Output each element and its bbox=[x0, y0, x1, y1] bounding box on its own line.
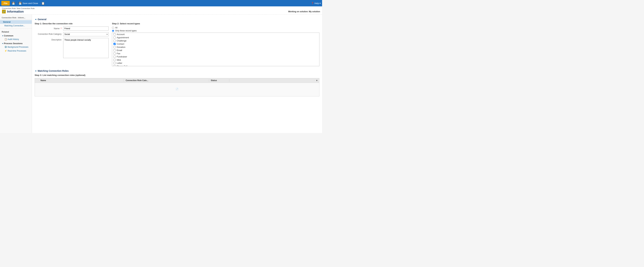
radio-only[interactable] bbox=[112, 30, 114, 32]
rt-process-icon: ⚡ bbox=[4, 49, 7, 52]
working-on-label: Working on solution: My solution bbox=[288, 10, 320, 13]
checkbox-letter[interactable] bbox=[114, 62, 116, 64]
record-type-item: Donation bbox=[112, 45, 319, 49]
empty-table-message: 📄 bbox=[35, 83, 319, 94]
record-type-label-1[interactable]: Appointment bbox=[117, 36, 129, 39]
description-field-row: Description bbox=[35, 38, 108, 58]
help-button[interactable]: ❓ Help ▾ bbox=[311, 2, 321, 4]
record-type-item: Account bbox=[112, 33, 319, 36]
matching-section-title: Matching Connection Roles bbox=[38, 69, 68, 72]
general-section-title: General bbox=[38, 18, 46, 21]
category-label: Connection Role Category bbox=[35, 32, 62, 35]
sidebar-item-general[interactable]: General bbox=[0, 20, 32, 24]
main-layout: Connection Role : Inform... General Matc… bbox=[0, 14, 322, 133]
record-type-label-4[interactable]: Donation bbox=[117, 46, 126, 48]
empty-table-icon: 📄 bbox=[176, 88, 178, 90]
radio-only-row: Only these record types: bbox=[112, 29, 320, 32]
name-label: Name * bbox=[35, 26, 62, 30]
sidebar-item-audit-history[interactable]: 📋 Audit History bbox=[0, 37, 32, 41]
record-type-item: Appointment bbox=[112, 36, 319, 39]
matching-table: Name Connection Role Cate... Status ▼ 📄 bbox=[35, 78, 320, 96]
bg-process-icon: ⚙️ bbox=[4, 46, 7, 48]
save-icon: 💾 bbox=[12, 2, 15, 5]
table-check-col bbox=[35, 80, 39, 81]
sidebar: Connection Role : Inform... General Matc… bbox=[0, 14, 32, 133]
record-type-label-10[interactable]: Phone Call bbox=[117, 65, 128, 66]
table-name-col: Name bbox=[39, 79, 124, 82]
record-type-label-5[interactable]: Email bbox=[117, 49, 122, 51]
step3-label: Step 3: List matching connection roles (… bbox=[35, 74, 320, 76]
category-select-wrapper: Social Business Family Other ▼ bbox=[63, 32, 108, 36]
record-type-item: Fax bbox=[112, 52, 319, 55]
sidebar-title: Connection Role : Inform... bbox=[0, 16, 32, 19]
table-filter-icon[interactable]: ▼ bbox=[314, 79, 319, 82]
record-type-item: Challenge bbox=[112, 39, 319, 42]
checkbox-contact[interactable] bbox=[114, 43, 116, 45]
record-type-label-6[interactable]: Fax bbox=[117, 52, 120, 55]
audit-icon: 📋 bbox=[4, 38, 7, 40]
record-type-label-9[interactable]: Letter bbox=[117, 62, 122, 64]
matching-section-triangle: ◄ bbox=[35, 70, 37, 72]
record-type-item: Idea bbox=[112, 58, 319, 61]
save-icon-button[interactable]: 💾 bbox=[10, 1, 16, 5]
general-section-triangle: ◄ bbox=[35, 18, 37, 20]
save-close-button[interactable]: 💾 Save and Close bbox=[17, 1, 39, 5]
record-type-item: Fundraiser bbox=[112, 55, 319, 58]
table-body: 📄 bbox=[35, 83, 319, 96]
radio-all-label[interactable]: All bbox=[115, 26, 117, 29]
extra-icon: 📋 bbox=[41, 2, 45, 5]
checkbox-idea[interactable] bbox=[114, 59, 116, 61]
step1-label: Step 1: Describe the connection role bbox=[35, 22, 108, 25]
record-type-item: Email bbox=[112, 49, 319, 52]
sidebar-common-group: ◄ Common bbox=[0, 33, 32, 37]
sidebar-item-matching[interactable]: Matching Connection... bbox=[0, 24, 32, 27]
required-star: * bbox=[61, 27, 62, 30]
record-type-label-7[interactable]: Fundraiser bbox=[117, 55, 127, 58]
checkbox-donation[interactable] bbox=[114, 46, 116, 48]
file-button[interactable]: File bbox=[1, 1, 10, 5]
step2-container: Step 2: Select record types All Only the… bbox=[112, 22, 320, 66]
checkbox-account[interactable] bbox=[114, 33, 116, 35]
radio-all[interactable] bbox=[112, 27, 114, 29]
record-type-label-3[interactable]: Contact bbox=[117, 43, 124, 45]
save-close-icon: 💾 bbox=[18, 2, 22, 5]
sidebar-item-background-processes[interactable]: ⚙️ Background Processes bbox=[0, 45, 32, 49]
name-input[interactable] bbox=[63, 26, 108, 30]
matching-section-header: ◄ Matching Connection Roles bbox=[35, 69, 320, 72]
record-types-section: All Only these record types: AccountAppo… bbox=[112, 26, 320, 66]
record-type-label-2[interactable]: Challenge bbox=[117, 39, 126, 42]
category-select[interactable]: Social Business Family Other bbox=[63, 32, 108, 36]
record-type-item: Contact bbox=[112, 42, 319, 45]
checkbox-fax[interactable] bbox=[114, 52, 116, 55]
page-title: Information bbox=[7, 10, 24, 13]
header-title-row: 🔗 Information Working on solution: My so… bbox=[2, 10, 320, 13]
record-type-item: Phone Call bbox=[112, 65, 319, 66]
record-types-list: AccountAppointmentChallengeContactDonati… bbox=[112, 32, 320, 66]
checkbox-phone-call[interactable] bbox=[114, 65, 116, 66]
header-area: Connection Role: New Connection Role 🔗 I… bbox=[0, 6, 322, 14]
checkbox-appointment[interactable] bbox=[114, 36, 116, 39]
sidebar-related-title: Related bbox=[0, 30, 32, 33]
content-area: ◄ General Step 1: Describe the connectio… bbox=[32, 14, 322, 133]
extra-toolbar-button[interactable]: 📋 bbox=[40, 1, 46, 5]
common-triangle: ◄ bbox=[2, 35, 3, 37]
radio-only-label[interactable]: Only these record types: bbox=[115, 29, 137, 32]
description-label: Description bbox=[35, 38, 62, 41]
table-status-col: Status bbox=[209, 79, 229, 82]
sidebar-item-realtime-processes[interactable]: ⚡ Real-time Processes bbox=[0, 49, 32, 53]
checkbox-email[interactable] bbox=[114, 49, 116, 51]
radio-all-row: All bbox=[112, 26, 320, 29]
header-icon: 🔗 bbox=[2, 10, 6, 13]
steps-row: Step 1: Describe the connection role Nam… bbox=[35, 22, 320, 66]
checkbox-fundraiser[interactable] bbox=[114, 56, 116, 58]
record-type-label-0[interactable]: Account bbox=[117, 33, 124, 36]
record-type-item: Letter bbox=[112, 61, 319, 65]
description-textarea[interactable] bbox=[63, 38, 108, 58]
table-header-row: Name Connection Role Cate... Status ▼ bbox=[35, 78, 319, 83]
toolbar: File 💾 💾 Save and Close 📋 ❓ Help ▾ bbox=[0, 0, 322, 6]
general-section-header: ◄ General bbox=[35, 18, 320, 21]
checkbox-challenge[interactable] bbox=[114, 40, 116, 42]
table-extra-col bbox=[229, 80, 314, 81]
record-type-label-8[interactable]: Idea bbox=[117, 59, 121, 61]
step1-container: Step 1: Describe the connection role Nam… bbox=[35, 22, 108, 60]
